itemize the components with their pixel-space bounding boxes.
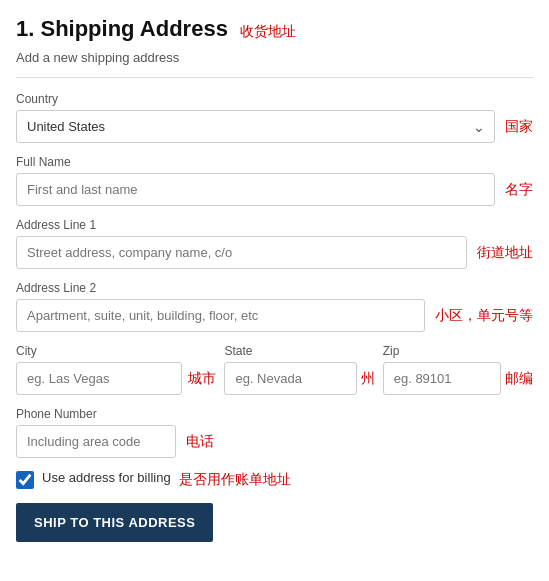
state-group: State 州 xyxy=(224,344,374,395)
city-group: City 城市 xyxy=(16,344,216,395)
zip-label: Zip xyxy=(383,344,533,358)
phone-input[interactable] xyxy=(16,425,176,458)
zip-annotation: 邮编 xyxy=(505,370,533,388)
full-name-label: Full Name xyxy=(16,155,533,169)
country-group: Country United States Canada United King… xyxy=(16,92,533,143)
title-annotation: 收货地址 xyxy=(240,23,296,41)
state-label: State xyxy=(224,344,374,358)
billing-checkbox[interactable] xyxy=(16,471,34,489)
country-annotation: 国家 xyxy=(505,118,533,136)
city-state-zip-group: City 城市 State 州 Zip 邮编 xyxy=(16,344,533,395)
state-input[interactable] xyxy=(224,362,356,395)
zip-input[interactable] xyxy=(383,362,501,395)
state-annotation: 州 xyxy=(361,370,375,388)
city-annotation: 城市 xyxy=(188,370,216,388)
address-line1-annotation: 街道地址 xyxy=(477,244,533,262)
address-line1-label: Address Line 1 xyxy=(16,218,533,232)
zip-group: Zip 邮编 xyxy=(383,344,533,395)
address-line2-label: Address Line 2 xyxy=(16,281,533,295)
country-label: Country xyxy=(16,92,533,106)
billing-checkbox-row: Use address for billing 是否用作账单地址 xyxy=(16,470,533,489)
city-label: City xyxy=(16,344,216,358)
phone-group: Phone Number 电话 xyxy=(16,407,533,458)
billing-annotation: 是否用作账单地址 xyxy=(179,471,291,489)
address-line1-group: Address Line 1 街道地址 xyxy=(16,218,533,269)
country-select[interactable]: United States Canada United Kingdom Aust… xyxy=(16,110,495,143)
address-line2-group: Address Line 2 小区，单元号等 xyxy=(16,281,533,332)
divider xyxy=(16,77,533,78)
full-name-input[interactable] xyxy=(16,173,495,206)
city-input[interactable] xyxy=(16,362,182,395)
address-line1-input[interactable] xyxy=(16,236,467,269)
phone-label: Phone Number xyxy=(16,407,533,421)
billing-label[interactable]: Use address for billing xyxy=(42,470,171,485)
page-subtitle: Add a new shipping address xyxy=(16,50,533,65)
ship-to-address-button[interactable]: SHIP TO THIS ADDRESS xyxy=(16,503,213,542)
page-title: 1. Shipping Address xyxy=(16,16,228,42)
full-name-annotation: 名字 xyxy=(505,181,533,199)
address-line2-annotation: 小区，单元号等 xyxy=(435,307,533,325)
address-line2-input[interactable] xyxy=(16,299,425,332)
full-name-group: Full Name 名字 xyxy=(16,155,533,206)
phone-annotation: 电话 xyxy=(186,433,214,451)
